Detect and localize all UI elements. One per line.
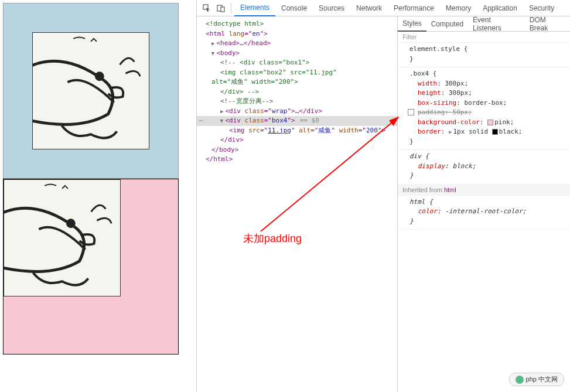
style-section-div[interactable]: div { display: block; } bbox=[398, 150, 570, 185]
style-section-box4[interactable]: .box4 { width: 300px; height: 300px; box… bbox=[398, 67, 570, 150]
rendered-page-preview bbox=[0, 0, 196, 392]
tab-elements[interactable]: Elements bbox=[234, 0, 275, 16]
elements-tree[interactable]: <!doctype html> <html lang="en"> ▶<head>… bbox=[197, 16, 397, 392]
dom-comment-4[interactable]: </div> --> bbox=[197, 87, 397, 97]
inspect-element-icon[interactable] bbox=[200, 1, 214, 15]
dom-comment-2[interactable]: <img class="box2" src="11.jpg" bbox=[197, 68, 397, 78]
dom-html-open[interactable]: <html lang="en"> bbox=[197, 29, 397, 39]
styles-tab-styles[interactable]: Styles bbox=[398, 16, 426, 32]
dom-div-wrap[interactable]: ▶<div class="wrap">…</div> bbox=[197, 107, 397, 117]
color-swatch-pink[interactable] bbox=[487, 120, 493, 125]
box4-pink bbox=[3, 179, 179, 354]
svg-point-1 bbox=[95, 71, 104, 81]
tab-performance[interactable]: Performance bbox=[388, 1, 440, 16]
tab-sources[interactable]: Sources bbox=[313, 1, 350, 16]
styles-tabs: Styles Computed Event Listeners DOM Brea… bbox=[398, 16, 570, 32]
dom-body-open[interactable]: ▶<body> bbox=[197, 49, 397, 59]
annotation-text: 未加padding bbox=[243, 231, 302, 246]
dom-doctype[interactable]: <!doctype html> bbox=[197, 19, 397, 29]
style-section-html[interactable]: html { color: -internal-root-color; } bbox=[398, 196, 570, 230]
styles-tab-computed[interactable]: Computed bbox=[426, 17, 468, 31]
dom-comment-5[interactable]: <!--宽度分离--> bbox=[197, 97, 397, 107]
style-section-element[interactable]: element.style { } bbox=[398, 43, 570, 67]
tab-console[interactable]: Console bbox=[275, 1, 313, 16]
svg-rect-2 bbox=[4, 180, 120, 296]
devtools-panel: Elements Console Sources Network Perform… bbox=[196, 0, 570, 392]
dom-body-close[interactable]: </body> bbox=[197, 145, 397, 155]
disabled-padding-rule[interactable]: padding: 50px; bbox=[409, 108, 565, 118]
styles-sidebar: Styles Computed Event Listeners DOM Brea… bbox=[397, 16, 570, 392]
dom-comment-1[interactable]: <!-- <div class="box1"> bbox=[197, 58, 397, 68]
svg-rect-0 bbox=[33, 33, 149, 149]
fish-image-1 bbox=[32, 32, 149, 149]
device-toggle-icon[interactable] bbox=[214, 1, 228, 15]
php-logo-icon bbox=[516, 376, 524, 384]
svg-point-3 bbox=[66, 219, 76, 228]
styles-filter-input[interactable]: Filter bbox=[398, 32, 570, 43]
badge-text: php 中文网 bbox=[526, 375, 558, 384]
dom-div-box4-close[interactable]: </div> bbox=[197, 135, 397, 145]
dom-html-close[interactable]: </html> bbox=[197, 155, 397, 165]
rule-checkbox[interactable] bbox=[408, 109, 414, 115]
dom-head[interactable]: ▶<head>…</head> bbox=[197, 39, 397, 49]
box-wrap-blue bbox=[3, 3, 179, 179]
dom-img[interactable]: <img src="11.jpg" alt="咸鱼" width="200"> bbox=[197, 126, 397, 136]
fish-image-2 bbox=[4, 179, 121, 296]
inherited-from-label: Inherited from html bbox=[398, 185, 570, 196]
svg-rect-6 bbox=[221, 7, 224, 12]
tab-network[interactable]: Network bbox=[350, 1, 388, 16]
color-swatch-black[interactable] bbox=[492, 129, 498, 135]
dom-comment-3[interactable]: alt="咸鱼" width="200"> bbox=[197, 77, 397, 87]
dom-div-box4-selected[interactable]: ▶<div class="box4">== $0 bbox=[197, 116, 397, 126]
watermark-badge: php 中文网 bbox=[509, 373, 564, 386]
